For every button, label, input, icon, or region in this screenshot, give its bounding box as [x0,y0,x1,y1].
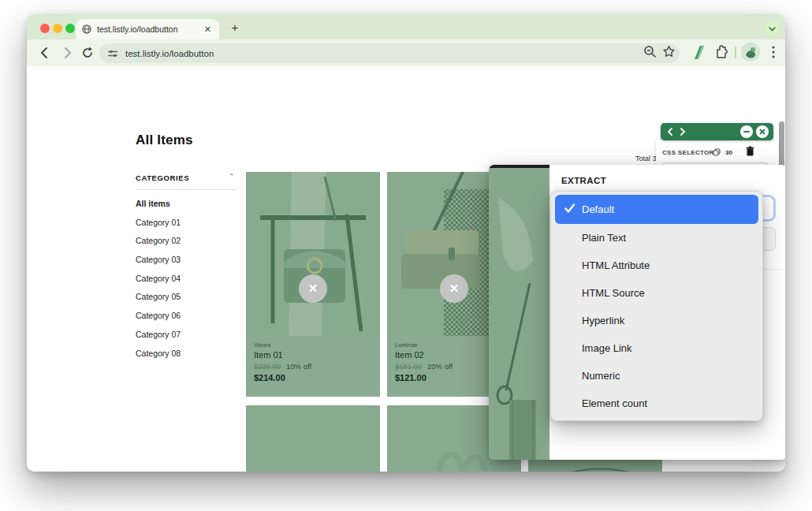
page-content: All Items CATEGORIES ⌃ All items Categor… [27,66,785,472]
sidebar-item-category-07[interactable]: Category 07 [136,329,238,340]
sidebar-item-category-08[interactable]: Category 08 [136,348,238,359]
css-selector-label: CSS SELECTOR [662,149,714,156]
extensions-icon[interactable] [714,45,729,60]
selector-count: 30 [725,149,732,156]
product-brand: Vixora [254,341,372,349]
page-scrollbar-thumb[interactable] [779,121,784,170]
tab-search-button[interactable] [765,21,780,36]
original-price: $238.00 [254,362,281,371]
preview-bag-photo [489,165,549,460]
listly-extension-icon[interactable] [692,45,706,60]
discount-label: 20% off [427,362,453,371]
browser-window: test.listly.io/loadbutton ✕ + [27,14,785,472]
extract-dropdown-menu: Default Plain Text HTML Attribute HTML S… [550,191,763,421]
selected-element-preview [489,165,549,460]
hobo-bag-photo [246,405,380,472]
reload-icon[interactable] [80,46,95,60]
total-count-label: Total 3 [635,155,657,162]
sidebar-item-category-02[interactable]: Category 02 [136,235,238,246]
profile-avatar[interactable] [741,43,760,62]
sidebar-item-category-04[interactable]: Category 04 [136,273,238,284]
sidebar-item-category-01[interactable]: Category 01 [136,217,238,228]
menu-item-image-link[interactable]: Image Link [551,334,762,362]
product-name: Item 01 [254,350,372,360]
categories-header: CATEGORIES [136,173,189,182]
close-icon [759,129,765,135]
remove-selection-button[interactable]: ✕ [299,274,327,303]
sidebar-item-all-items[interactable]: All items [136,198,238,209]
page-title: All Items [136,132,193,148]
menu-item-element-count[interactable]: Element count [551,390,762,417]
browser-tab[interactable]: test.listly.io/loadbutton ✕ [76,19,219,39]
menu-item-default[interactable]: Default [555,195,758,224]
traffic-zoom-button[interactable] [65,24,75,33]
browser-toolbar: test.listly.io/loadbutton [27,39,785,66]
menu-item-label: HTML Attribute [582,259,650,271]
handbag-photo [246,172,380,336]
original-price: $151.00 [395,362,422,371]
toolbar-separator [735,47,736,58]
sidebar-item-category-05[interactable]: Category 05 [136,291,238,302]
discount-label: 10% off [286,362,311,371]
product-image-1[interactable] [246,172,380,336]
extract-label: EXTRACT [561,176,606,185]
check-icon [564,202,576,214]
menu-item-numeric[interactable]: Numeric [551,362,762,390]
back-icon[interactable] [38,46,52,60]
sidebar-item-category-03[interactable]: Category 03 [136,254,238,265]
chevron-left-icon[interactable] [667,128,673,136]
preview-top-border [489,165,549,168]
menu-item-plain-text[interactable]: Plain Text [551,224,762,252]
kebab-menu-icon[interactable] [768,45,779,59]
minus-icon [743,129,750,135]
zoom-icon[interactable] [643,45,657,58]
category-list: All items Category 01 Category 02 Catego… [136,198,238,366]
chevron-down-icon [769,27,776,32]
menu-item-label: Plain Text [582,232,626,244]
menu-item-label: Element count [582,397,647,409]
product-info-1[interactable]: Vixora Item 01 $238.00 10% off $214.00 [246,336,380,397]
traffic-minimize-button[interactable] [53,24,62,33]
tab-close-icon[interactable]: ✕ [203,24,213,35]
tab-strip: test.listly.io/loadbutton ✕ + [27,14,785,39]
menu-item-label: Numeric [582,370,620,382]
globe-icon [82,24,91,34]
listly-toolbar [661,123,773,140]
new-tab-button[interactable]: + [227,21,243,34]
menu-item-hyperlink[interactable]: Hyperlink [551,307,762,334]
chevron-up-icon[interactable]: ⌃ [229,173,235,181]
forward-icon[interactable] [60,46,74,60]
menu-item-label: Image Link [582,342,632,354]
url-text: test.listly.io/loadbutton [125,49,672,58]
avatar-image [741,43,760,62]
menu-item-label: Hyperlink [582,315,624,326]
listly-close-button[interactable] [756,125,769,138]
sale-price: $214.00 [254,373,372,382]
menu-item-label: Default [582,203,614,215]
product-image-4[interactable] [246,405,380,472]
remove-selection-button[interactable]: ✕ [440,274,468,303]
sidebar-item-category-06[interactable]: Category 06 [136,310,238,321]
bookmark-star-icon[interactable] [662,45,676,58]
screen: test.listly.io/loadbutton ✕ + [0,0,812,511]
site-info-icon[interactable] [107,49,118,58]
tab-title: test.listly.io/loadbutton [97,24,203,34]
listly-minimize-button[interactable] [740,125,753,138]
trash-icon[interactable] [746,146,754,156]
menu-item-label: HTML Source [582,287,645,299]
traffic-close-button[interactable] [40,24,50,33]
menu-item-html-attribute[interactable]: HTML Attribute [551,252,762,279]
address-bar[interactable]: test.listly.io/loadbutton [99,43,680,63]
sidebar-divider [136,189,237,190]
copy-count-icon[interactable] [713,148,721,156]
menu-item-html-source[interactable]: HTML Source [551,279,762,307]
chevron-right-icon[interactable] [680,128,686,136]
